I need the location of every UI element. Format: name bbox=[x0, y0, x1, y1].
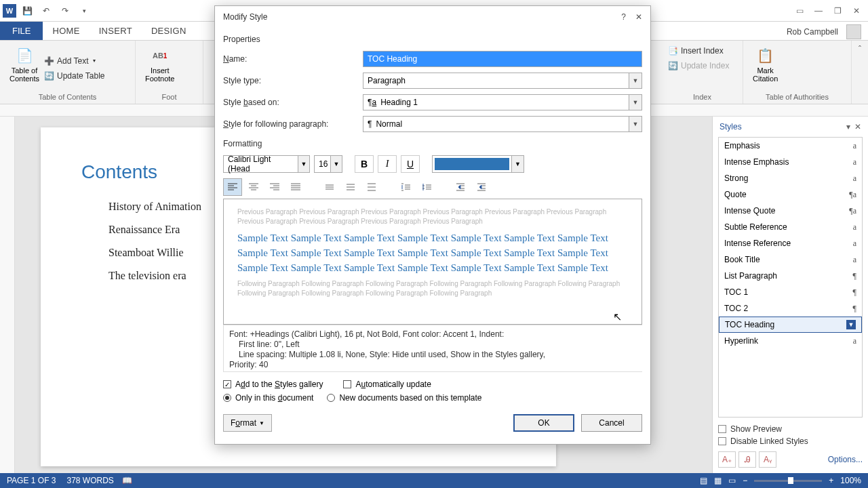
style-item[interactable]: Stronga bbox=[719, 170, 862, 186]
chevron-down-icon[interactable]: ▼ bbox=[629, 73, 642, 89]
redo-icon[interactable]: ↷ bbox=[57, 3, 73, 19]
only-this-doc-radio[interactable]: Only in this document bbox=[223, 391, 313, 405]
citation-icon: 📋 bbox=[755, 45, 776, 66]
align-left-button[interactable] bbox=[223, 178, 242, 196]
style-item[interactable]: Intense Emphasisa bbox=[719, 154, 862, 170]
auto-update-checkbox[interactable]: Automatically update bbox=[343, 378, 431, 391]
table-of-contents-button[interactable]: 📄 Table of Contents bbox=[5, 43, 43, 93]
decrease-before-button[interactable] bbox=[417, 178, 436, 196]
increase-before-button[interactable] bbox=[396, 178, 415, 196]
style-item[interactable]: Intense Referencea bbox=[719, 235, 862, 251]
view-read-icon[interactable]: ▤ bbox=[700, 476, 707, 485]
styles-title: Styles bbox=[719, 122, 742, 131]
view-web-icon[interactable]: ▭ bbox=[728, 476, 736, 485]
style-item[interactable]: TOC Heading▼ bbox=[719, 317, 862, 333]
insert-footnote-button[interactable]: AB1 Insert Footnote bbox=[141, 43, 178, 93]
ribbon-display-options-icon[interactable]: ▭ bbox=[791, 3, 808, 18]
dialog-close-icon[interactable]: ✕ bbox=[635, 12, 642, 22]
style-item[interactable]: TOC 1¶ bbox=[719, 284, 862, 300]
page-count[interactable]: PAGE 1 OF 3 bbox=[7, 476, 56, 485]
align-justify-button[interactable] bbox=[286, 178, 305, 196]
following-combo[interactable]: ¶Normal▼ bbox=[363, 116, 642, 132]
zoom-out-icon[interactable]: − bbox=[743, 476, 747, 485]
style-inspector-icon[interactable]: Ꭿ bbox=[738, 451, 756, 468]
close-icon[interactable]: ✕ bbox=[848, 3, 865, 18]
increase-indent-button[interactable] bbox=[472, 178, 491, 196]
save-icon[interactable]: 💾 bbox=[19, 3, 35, 19]
disable-linked-checkbox[interactable]: Disable Linked Styles bbox=[718, 435, 863, 447]
chevron-down-icon[interactable]: ▼ bbox=[629, 116, 642, 132]
tab-insert[interactable]: INSERT bbox=[90, 22, 142, 40]
minimize-icon[interactable]: — bbox=[810, 3, 827, 18]
collapse-ribbon-icon[interactable]: ˆ bbox=[852, 41, 868, 104]
chevron-down-icon[interactable]: ▼ bbox=[511, 156, 524, 172]
styles-list[interactable]: EmphasisaIntense EmphasisaStrongaQuote¶a… bbox=[718, 137, 863, 418]
spell-check-icon[interactable]: 📖 bbox=[122, 476, 132, 485]
show-preview-checkbox[interactable]: Show Preview bbox=[718, 423, 863, 435]
zoom-in-icon[interactable]: + bbox=[829, 476, 833, 485]
spacing-2-button[interactable] bbox=[362, 178, 381, 196]
group-footnote-label: Foot bbox=[141, 93, 197, 101]
chevron-down-icon[interactable]: ▼ bbox=[298, 155, 310, 173]
styles-pane: Styles ▾✕ EmphasisaIntense EmphasisaStro… bbox=[712, 117, 868, 473]
add-text-icon: ➕ bbox=[43, 56, 54, 66]
new-docs-radio[interactable]: New documents based on this template bbox=[327, 391, 481, 405]
manage-styles-icon[interactable]: Aᵧ bbox=[759, 451, 776, 468]
styles-close-icon[interactable]: ✕ bbox=[854, 122, 861, 131]
word-count[interactable]: 378 WORDS bbox=[66, 476, 113, 485]
name-label: Name: bbox=[223, 54, 363, 64]
font-color-button[interactable]: ▼ bbox=[432, 155, 524, 173]
spacing-1.5-button[interactable] bbox=[341, 178, 360, 196]
align-right-button[interactable] bbox=[265, 178, 284, 196]
user-name[interactable]: Rob Campbell bbox=[783, 27, 842, 37]
style-dropdown-icon[interactable]: ▼ bbox=[846, 320, 856, 329]
style-item[interactable]: Intense Quote¶a bbox=[719, 203, 862, 219]
format-button[interactable]: Format▼ bbox=[223, 414, 272, 432]
view-print-icon[interactable]: ▦ bbox=[714, 476, 722, 485]
styles-options-icon[interactable]: ▾ bbox=[846, 122, 850, 131]
chevron-down-icon[interactable]: ▼ bbox=[330, 155, 342, 173]
tab-design[interactable]: DESIGN bbox=[142, 22, 196, 40]
tab-file[interactable]: FILE bbox=[0, 22, 43, 40]
group-index-label: Index bbox=[667, 93, 737, 101]
update-table-button[interactable]: 🔄Update Table bbox=[43, 68, 105, 83]
mark-citation-button[interactable]: 📋 Mark Citation bbox=[749, 43, 782, 93]
qat-customize-icon[interactable]: ▾ bbox=[76, 3, 92, 19]
cancel-button[interactable]: Cancel bbox=[581, 414, 642, 432]
style-item[interactable]: List Paragraph¶ bbox=[719, 268, 862, 284]
size-combo[interactable]: 16▼ bbox=[314, 155, 342, 173]
style-item[interactable]: Quote¶a bbox=[719, 186, 862, 203]
restore-icon[interactable]: ❐ bbox=[829, 3, 846, 18]
bold-button[interactable]: B bbox=[355, 155, 374, 173]
underline-button[interactable]: U bbox=[401, 155, 420, 173]
style-type-combo[interactable]: Paragraph▼ bbox=[363, 73, 642, 89]
add-to-gallery-checkbox[interactable]: ✓Add to the Styles gallery bbox=[223, 378, 323, 391]
decrease-indent-button[interactable] bbox=[451, 178, 470, 196]
style-item[interactable]: Emphasisa bbox=[719, 138, 862, 154]
add-text-button[interactable]: ➕Add Text▾ bbox=[43, 54, 105, 68]
based-on-combo[interactable]: ¶aHeading 1▼ bbox=[363, 94, 642, 110]
zoom-level[interactable]: 100% bbox=[840, 476, 861, 485]
update-index-button[interactable]: 🔄Update Index bbox=[667, 58, 737, 73]
align-center-button[interactable] bbox=[244, 178, 263, 196]
dialog-help-icon[interactable]: ? bbox=[621, 12, 626, 22]
style-item[interactable]: TOC 2¶ bbox=[719, 300, 862, 317]
undo-icon[interactable]: ↶ bbox=[38, 3, 54, 19]
modify-style-dialog: Modify Style ?✕ Properties Name: Style t… bbox=[214, 5, 651, 445]
styles-options-link[interactable]: Options... bbox=[828, 455, 863, 464]
italic-button[interactable]: I bbox=[378, 155, 397, 173]
style-item[interactable]: Hyperlinka bbox=[719, 333, 862, 349]
insert-index-button[interactable]: 📑Insert Index bbox=[667, 43, 737, 58]
toc-icon: 📄 bbox=[14, 45, 35, 66]
zoom-slider[interactable] bbox=[754, 480, 822, 482]
font-combo[interactable]: Calibri Light (Head▼ bbox=[223, 155, 310, 173]
chevron-down-icon[interactable]: ▼ bbox=[629, 94, 642, 110]
avatar[interactable] bbox=[846, 24, 861, 39]
style-item[interactable]: Book Titlea bbox=[719, 251, 862, 268]
new-style-icon[interactable]: A₊ bbox=[718, 451, 736, 468]
tab-home[interactable]: HOME bbox=[43, 22, 89, 40]
ok-button[interactable]: OK bbox=[513, 414, 574, 432]
name-field[interactable] bbox=[363, 51, 642, 67]
spacing-1-button[interactable] bbox=[320, 178, 339, 196]
style-item[interactable]: Subtle Referencea bbox=[719, 219, 862, 235]
